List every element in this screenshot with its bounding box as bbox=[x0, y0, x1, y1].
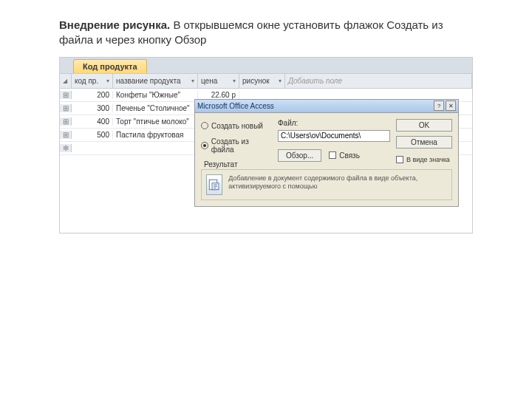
cell-code[interactable]: 400 bbox=[72, 117, 113, 126]
as-icon-label: В виде значка bbox=[406, 156, 450, 163]
instruction-caption: Внедрение рисунка. В открывшемся окне ус… bbox=[59, 18, 473, 48]
cell-code[interactable]: 200 bbox=[72, 91, 113, 99]
cell-code[interactable]: 300 bbox=[72, 104, 113, 112]
row-expander-icon[interactable]: ⊞ bbox=[60, 117, 72, 126]
column-picture[interactable]: рисунок▾ bbox=[239, 74, 285, 88]
dialog-title: Microsoft Office Access bbox=[197, 102, 274, 110]
cancel-button[interactable]: Отмена bbox=[396, 136, 452, 149]
result-group: Добавление в документ содержимого файла … bbox=[201, 169, 452, 200]
insert-object-dialog: Microsoft Office Access ? ✕ Создать новы… bbox=[194, 99, 459, 207]
file-path-input[interactable] bbox=[278, 130, 390, 142]
document-embed-icon bbox=[206, 174, 222, 195]
new-record-icon: ✻ bbox=[60, 144, 72, 152]
row-expander-icon[interactable]: ⊞ bbox=[60, 131, 72, 139]
close-icon[interactable]: ✕ bbox=[446, 100, 456, 111]
link-checkbox-label: Связь bbox=[339, 151, 360, 160]
radio-dot-icon bbox=[201, 122, 208, 129]
cell-name[interactable]: Конфеты "Южные" bbox=[113, 91, 198, 99]
row-selector-header[interactable]: ◢ bbox=[60, 74, 72, 88]
browse-button[interactable]: Обзор... bbox=[278, 149, 321, 162]
datasheet-tab-bar: Код продукта bbox=[60, 58, 472, 74]
link-checkbox[interactable]: Связь bbox=[329, 151, 360, 160]
checkbox-box-icon bbox=[329, 151, 336, 159]
cell-name[interactable]: Торт "птичье молоко" bbox=[113, 117, 198, 126]
cell-name[interactable]: Печенье "Столичное" bbox=[113, 104, 198, 112]
column-add-field[interactable]: Добавить поле bbox=[285, 74, 472, 88]
radio-create-new[interactable]: Создать новый bbox=[201, 122, 272, 130]
cell-price[interactable]: 22.60 р bbox=[198, 91, 239, 99]
result-description: Добавление в документ содержимого файла … bbox=[228, 174, 447, 191]
help-icon[interactable]: ? bbox=[434, 100, 444, 111]
datasheet-header-row: ◢ код пр.▾ название продукта▾ цена▾ рису… bbox=[60, 74, 472, 89]
checkbox-box-icon bbox=[396, 156, 403, 163]
radio-create-from-file-label: Создать из файла bbox=[211, 137, 272, 154]
radio-create-from-file[interactable]: Создать из файла bbox=[201, 137, 272, 154]
cell-name[interactable]: Пастила фруктовая bbox=[113, 131, 198, 139]
file-label: Файл: bbox=[278, 119, 390, 127]
tab-product-code[interactable]: Код продукта bbox=[73, 59, 147, 73]
row-expander-icon[interactable]: ⊞ bbox=[60, 91, 72, 99]
ok-button[interactable]: OK bbox=[396, 119, 452, 132]
column-product-name[interactable]: название продукта▾ bbox=[113, 74, 198, 88]
access-screenshot: Код продукта ◢ код пр.▾ название продукт… bbox=[59, 57, 473, 233]
result-group-label: Результат bbox=[201, 160, 240, 168]
cell-code[interactable]: 500 bbox=[72, 131, 113, 139]
column-product-code[interactable]: код пр.▾ bbox=[72, 74, 113, 88]
radio-create-new-label: Создать новый bbox=[211, 122, 263, 130]
column-price[interactable]: цена▾ bbox=[198, 74, 239, 88]
row-expander-icon[interactable]: ⊞ bbox=[60, 104, 72, 112]
radio-dot-icon bbox=[201, 142, 208, 149]
dialog-titlebar[interactable]: Microsoft Office Access ? ✕ bbox=[195, 100, 458, 113]
as-icon-checkbox[interactable]: В виде значка bbox=[396, 156, 452, 163]
